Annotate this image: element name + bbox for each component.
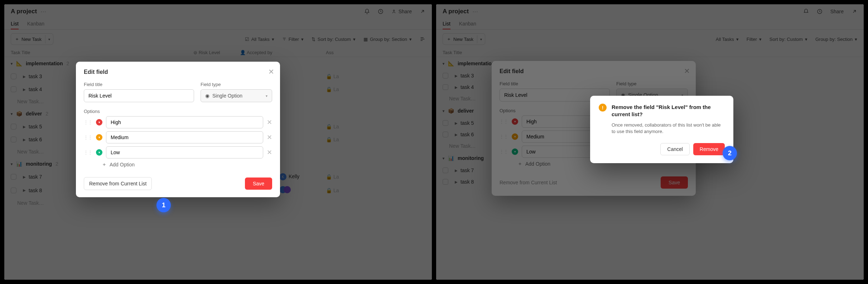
delete-option-icon[interactable]: ✕	[267, 118, 272, 126]
field-title-label: Field title	[84, 82, 194, 87]
cancel-button[interactable]: Cancel	[660, 143, 690, 155]
warning-icon: !	[599, 104, 607, 112]
drag-icon[interactable]: ⋮⋮	[84, 135, 92, 140]
field-type-select[interactable]: ◉ Single Option ▾	[201, 89, 272, 102]
add-option-button[interactable]: ＋ Add Option	[84, 161, 272, 168]
options-label: Options	[84, 109, 272, 114]
close-icon[interactable]: ✕	[684, 67, 690, 75]
delete-option-icon[interactable]: ✕	[267, 148, 272, 156]
edit-field-modal: Edit field ✕ Field title Field type ◉ Si…	[76, 62, 280, 197]
plus-icon: ＋	[102, 161, 107, 168]
option-row: ⋮⋮ ▾ ✕	[84, 131, 272, 143]
option-input[interactable]	[106, 146, 263, 158]
save-button[interactable]: Save	[661, 176, 688, 189]
option-row: ⋮⋮ ▾ ✕	[84, 146, 272, 158]
step-marker-2: 2	[723, 146, 737, 160]
drag-icon[interactable]: ⋮⋮	[84, 120, 92, 125]
option-input[interactable]	[106, 131, 263, 143]
field-title-input[interactable]	[84, 89, 194, 102]
scene-1: A project ⋯ Share List Kanb	[4, 4, 432, 280]
save-button[interactable]: Save	[245, 178, 272, 190]
option-row: ⋮⋮ ▾ ✕	[84, 116, 272, 128]
remove-from-list-button[interactable]: Remove from Current List	[500, 180, 557, 185]
delete-option-icon[interactable]: ✕	[267, 133, 272, 141]
remove-button[interactable]: Remove	[693, 143, 725, 155]
close-icon[interactable]: ✕	[268, 67, 274, 76]
drag-icon[interactable]: ⋮⋮	[84, 150, 92, 155]
option-input[interactable]	[106, 116, 263, 128]
field-type-label: Field type	[201, 82, 272, 87]
modal-title: Edit field	[84, 69, 272, 75]
modal-title: Edit field	[500, 68, 688, 75]
color-swatch[interactable]: ▾	[96, 134, 102, 141]
color-swatch[interactable]: ▾	[96, 119, 102, 126]
confirm-title: Remove the field "Risk Level" from the c…	[612, 104, 725, 118]
color-swatch[interactable]: ▾	[96, 149, 102, 156]
scene-2: A project ⋯ Share List Kanban ＋New Task …	[436, 4, 864, 280]
remove-from-list-button[interactable]: Remove from Current List	[84, 177, 152, 190]
chevron-down-icon: ▾	[266, 94, 267, 98]
step-marker-1: 1	[156, 198, 171, 212]
confirm-dialog: ! Remove the field "Risk Level" from the…	[590, 96, 733, 163]
single-option-icon: ◉	[205, 93, 209, 99]
confirm-body: Once removed, collaborators of this list…	[612, 122, 725, 136]
